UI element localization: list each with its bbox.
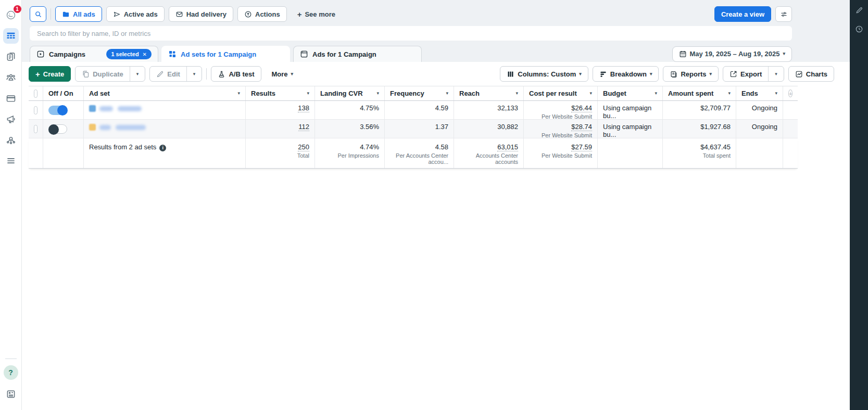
header-frequency[interactable]: Frequency▾ <box>385 86 454 100</box>
sidebar-item-advertise[interactable] <box>3 111 19 127</box>
ad-set-name-redacted[interactable] <box>84 101 246 119</box>
chevron-down-icon: ▾ <box>710 72 712 76</box>
date-range-button[interactable]: May 19, 2025 – Aug 19, 2025 ▾ <box>672 46 792 62</box>
header-off-on[interactable]: Off / On <box>43 86 84 100</box>
edit-panel-button[interactable] <box>853 4 865 17</box>
sidebar-item-news[interactable] <box>3 386 19 402</box>
export-label: Export <box>740 70 762 78</box>
filter-chip-active-ads[interactable]: Active ads <box>106 6 165 22</box>
search-button[interactable] <box>30 6 46 22</box>
ab-test-label: A/B test <box>229 70 254 78</box>
results-value[interactable]: 138 <box>298 104 309 112</box>
tab-ad-sets[interactable]: Ad sets for 1 Campaign <box>161 46 290 62</box>
ab-test-button[interactable]: A/B test <box>211 66 261 82</box>
filter-chip-actions[interactable]: Actions <box>237 6 287 22</box>
header-amount-spent[interactable]: Amount spent▾ <box>663 86 736 100</box>
tab-ads[interactable]: Ads for 1 Campaign <box>293 46 422 62</box>
summary-row: Results from 2 ad setsi 250Total 4.74%Pe… <box>29 138 798 169</box>
view-settings-button[interactable] <box>775 6 792 22</box>
results-value[interactable]: 112 <box>298 123 309 131</box>
header-results[interactable]: Results▾ <box>246 86 315 100</box>
selected-badge[interactable]: 1 selected ✕ <box>106 49 152 59</box>
campaigns-icon <box>36 50 45 58</box>
breakdown-button[interactable]: Breakdown ▾ <box>593 66 659 82</box>
create-button[interactable]: + Create <box>29 66 71 82</box>
sidebar-item-pages[interactable] <box>3 49 19 65</box>
summary-label-cell: Results from 2 ad setsi <box>84 138 246 168</box>
charts-button[interactable]: Charts <box>788 66 834 82</box>
amount-spent-cell: $1,927.68 <box>663 120 736 138</box>
summary-cost-sub: Per Website Submit <box>529 152 592 159</box>
amount-spent-cell: $2,709.77 <box>663 101 736 119</box>
more-button[interactable]: More ▾ <box>266 66 300 82</box>
edit-button[interactable]: Edit <box>150 67 186 81</box>
sidebar-item-all-tools[interactable] <box>3 153 19 169</box>
sidebar-item-billing[interactable] <box>3 91 19 106</box>
ad-set-name-redacted[interactable] <box>84 120 246 138</box>
cost-subtext: Per Website Submit <box>529 132 592 138</box>
info-icon[interactable]: i <box>159 145 166 151</box>
sidebar-item-ads-manager[interactable] <box>3 28 19 44</box>
add-column-button[interactable]: + <box>788 89 792 97</box>
duplicate-button[interactable]: Duplicate <box>76 67 130 81</box>
redacted-text <box>118 106 142 111</box>
edit-dropdown[interactable]: ▾ <box>186 67 202 81</box>
summary-reach-value[interactable]: 63,015 <box>497 143 518 151</box>
filter-chip-label: Active ads <box>124 10 158 18</box>
columns-button[interactable]: Columns: Custom ▾ <box>500 66 588 82</box>
summary-budget-cell <box>598 138 663 168</box>
business-avatar[interactable]: 1 <box>3 7 19 23</box>
toggle-knob <box>57 105 68 116</box>
send-icon <box>113 10 121 18</box>
history-panel-button[interactable] <box>853 23 865 35</box>
header-reach[interactable]: Reach▾ <box>454 86 524 100</box>
filter-bar: All ads Active ads Had delivery Actions … <box>30 6 792 22</box>
summary-results-value[interactable]: 250 <box>298 143 309 151</box>
question-icon: ? <box>8 368 13 377</box>
help-button[interactable]: ? <box>4 365 18 380</box>
summary-results-sub: Total <box>251 152 309 159</box>
row-checkbox[interactable] <box>34 106 37 114</box>
export-button[interactable]: Export <box>723 67 768 81</box>
ad-set-toggle[interactable] <box>48 106 67 115</box>
tab-campaigns[interactable]: Campaigns 1 selected ✕ <box>30 46 158 62</box>
export-dropdown[interactable]: ▾ <box>768 67 784 81</box>
ads-manager-app: 1 ? <box>0 0 868 410</box>
summary-reach-cell: 63,015Accounts Center accounts <box>454 138 524 168</box>
summary-cost-value[interactable]: $27.59 <box>571 143 592 151</box>
filter-chip-had-delivery[interactable]: Had delivery <box>169 6 233 22</box>
table-icon <box>6 31 16 41</box>
filter-chip-all-ads[interactable]: All ads <box>55 6 102 22</box>
row-checkbox[interactable] <box>34 125 37 133</box>
ad-set-toggle[interactable] <box>48 124 67 134</box>
reports-button[interactable]: Reports ▾ <box>663 66 719 82</box>
sidebar-item-audiences[interactable] <box>3 70 19 85</box>
header-cost-per-result[interactable]: Cost per result▾ <box>524 86 598 100</box>
header-budget[interactable]: Budget▾ <box>598 86 663 100</box>
main-content: All ads Active ads Had delivery Actions … <box>22 0 850 410</box>
sidebar-item-connections[interactable] <box>3 132 19 148</box>
table-toolbar: + Create Duplicate ▾ Edit <box>22 62 850 86</box>
frequency-cell: 4.59 <box>385 101 454 119</box>
toolbar-divider <box>206 68 207 80</box>
header-ad-set[interactable]: Ad set▾ <box>84 86 246 100</box>
summary-amount-spent-cell: $4,637.45Total spent <box>663 138 736 168</box>
tab-ads-label: Ads for 1 Campaign <box>312 50 376 58</box>
search-input[interactable] <box>30 26 792 41</box>
header-landing-cvr[interactable]: Landing CVR▾ <box>315 86 385 100</box>
duplicate-label: Duplicate <box>93 70 123 78</box>
select-all-checkbox[interactable] <box>34 89 37 98</box>
header-ends[interactable]: Ends▾ <box>736 86 783 100</box>
chevron-down-icon: ▾ <box>136 72 139 76</box>
selected-badge-label: 1 selected <box>111 51 139 57</box>
newspaper-icon <box>6 389 16 399</box>
see-more-button[interactable]: + See more <box>291 6 342 22</box>
close-icon[interactable]: ✕ <box>143 52 147 57</box>
frequency-value: 4.59 <box>435 104 448 112</box>
duplicate-dropdown[interactable]: ▾ <box>130 67 145 81</box>
summary-empty-cell <box>29 138 43 168</box>
cost-value[interactable]: $28.74 <box>571 123 592 131</box>
landing-cvr-cell: 3.56% <box>315 120 385 138</box>
cost-value[interactable]: $26.44 <box>571 104 592 112</box>
create-a-view-button[interactable]: Create a view <box>714 6 771 22</box>
